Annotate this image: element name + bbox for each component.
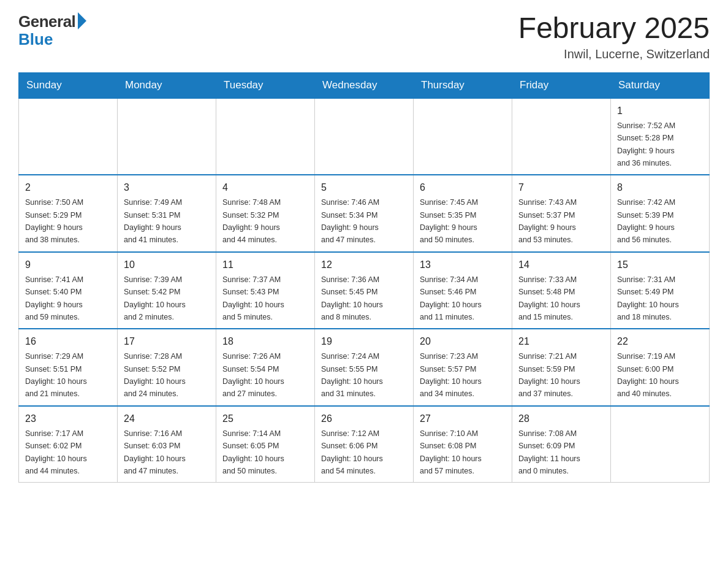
day-cell: 11Sunrise: 7:37 AMSunset: 5:43 PMDayligh… <box>216 252 315 329</box>
title-area: February 2025 Inwil, Lucerne, Switzerlan… <box>518 12 710 61</box>
header-sunday: Sunday <box>19 72 118 98</box>
day-info: Sunrise: 7:24 AMSunset: 5:55 PMDaylight:… <box>321 352 383 398</box>
day-cell: 7Sunrise: 7:43 AMSunset: 5:37 PMDaylight… <box>512 175 611 252</box>
day-info: Sunrise: 7:29 AMSunset: 5:51 PMDaylight:… <box>25 352 87 398</box>
day-cell: 6Sunrise: 7:45 AMSunset: 5:35 PMDaylight… <box>414 175 512 252</box>
day-cell: 10Sunrise: 7:39 AMSunset: 5:42 PMDayligh… <box>118 252 216 329</box>
day-info: Sunrise: 7:19 AMSunset: 6:00 PMDaylight:… <box>617 352 679 398</box>
day-number: 14 <box>518 258 604 272</box>
day-number: 16 <box>25 334 111 349</box>
day-number: 27 <box>420 412 506 426</box>
day-cell <box>414 98 512 175</box>
day-cell: 27Sunrise: 7:10 AMSunset: 6:08 PMDayligh… <box>414 406 512 483</box>
day-number: 10 <box>124 258 210 272</box>
week-row-3: 16Sunrise: 7:29 AMSunset: 5:51 PMDayligh… <box>19 329 710 406</box>
header-friday: Friday <box>512 72 611 98</box>
day-cell <box>118 98 216 175</box>
day-cell: 23Sunrise: 7:17 AMSunset: 6:02 PMDayligh… <box>19 406 118 483</box>
day-info: Sunrise: 7:43 AMSunset: 5:37 PMDaylight:… <box>518 198 577 244</box>
calendar-subtitle: Inwil, Lucerne, Switzerland <box>518 47 710 61</box>
day-number: 8 <box>617 180 703 195</box>
day-info: Sunrise: 7:31 AMSunset: 5:49 PMDaylight:… <box>617 275 679 321</box>
header-tuesday: Tuesday <box>216 72 315 98</box>
day-info: Sunrise: 7:23 AMSunset: 5:57 PMDaylight:… <box>420 352 482 398</box>
day-number: 23 <box>25 412 111 426</box>
day-info: Sunrise: 7:10 AMSunset: 6:08 PMDaylight:… <box>420 429 482 475</box>
day-cell: 28Sunrise: 7:08 AMSunset: 6:09 PMDayligh… <box>512 406 611 483</box>
day-cell: 15Sunrise: 7:31 AMSunset: 5:49 PMDayligh… <box>611 252 710 329</box>
day-cell: 9Sunrise: 7:41 AMSunset: 5:40 PMDaylight… <box>19 252 118 329</box>
day-cell: 24Sunrise: 7:16 AMSunset: 6:03 PMDayligh… <box>118 406 216 483</box>
day-number: 21 <box>518 334 604 349</box>
day-number: 28 <box>518 412 604 426</box>
day-cell: 14Sunrise: 7:33 AMSunset: 5:48 PMDayligh… <box>512 252 611 329</box>
day-cell: 12Sunrise: 7:36 AMSunset: 5:45 PMDayligh… <box>315 252 414 329</box>
day-number: 9 <box>25 258 111 272</box>
day-number: 2 <box>25 180 111 195</box>
day-info: Sunrise: 7:14 AMSunset: 6:05 PMDaylight:… <box>222 429 284 475</box>
day-cell: 21Sunrise: 7:21 AMSunset: 5:59 PMDayligh… <box>512 329 611 406</box>
weekday-header-row: Sunday Monday Tuesday Wednesday Thursday… <box>19 72 710 98</box>
day-number: 17 <box>124 334 210 349</box>
day-info: Sunrise: 7:50 AMSunset: 5:29 PMDaylight:… <box>25 198 83 244</box>
day-cell: 13Sunrise: 7:34 AMSunset: 5:46 PMDayligh… <box>414 252 512 329</box>
week-row-4: 23Sunrise: 7:17 AMSunset: 6:02 PMDayligh… <box>19 406 710 483</box>
header-wednesday: Wednesday <box>315 72 414 98</box>
day-info: Sunrise: 7:41 AMSunset: 5:40 PMDaylight:… <box>25 275 83 321</box>
day-number: 6 <box>420 180 506 195</box>
day-cell: 22Sunrise: 7:19 AMSunset: 6:00 PMDayligh… <box>611 329 710 406</box>
calendar-title: February 2025 <box>518 12 710 45</box>
day-cell: 3Sunrise: 7:49 AMSunset: 5:31 PMDaylight… <box>118 175 216 252</box>
day-info: Sunrise: 7:26 AMSunset: 5:54 PMDaylight:… <box>222 352 284 398</box>
week-row-2: 9Sunrise: 7:41 AMSunset: 5:40 PMDaylight… <box>19 252 710 329</box>
day-number: 19 <box>321 334 407 349</box>
day-number: 20 <box>420 334 506 349</box>
day-info: Sunrise: 7:37 AMSunset: 5:43 PMDaylight:… <box>222 275 284 321</box>
day-info: Sunrise: 7:16 AMSunset: 6:03 PMDaylight:… <box>124 429 186 475</box>
day-cell <box>216 98 315 175</box>
logo-blue-text: Blue <box>18 30 53 49</box>
header-monday: Monday <box>118 72 216 98</box>
day-info: Sunrise: 7:12 AMSunset: 6:06 PMDaylight:… <box>321 429 383 475</box>
day-info: Sunrise: 7:46 AMSunset: 5:34 PMDaylight:… <box>321 198 379 244</box>
day-info: Sunrise: 7:28 AMSunset: 5:52 PMDaylight:… <box>124 352 186 398</box>
day-cell: 26Sunrise: 7:12 AMSunset: 6:06 PMDayligh… <box>315 406 414 483</box>
week-row-1: 2Sunrise: 7:50 AMSunset: 5:29 PMDaylight… <box>19 175 710 252</box>
logo-general-text: General <box>18 12 75 31</box>
day-info: Sunrise: 7:52 AMSunset: 5:28 PMDaylight:… <box>617 121 675 167</box>
day-number: 15 <box>617 258 703 272</box>
day-cell: 16Sunrise: 7:29 AMSunset: 5:51 PMDayligh… <box>19 329 118 406</box>
day-number: 26 <box>321 412 407 426</box>
day-cell: 25Sunrise: 7:14 AMSunset: 6:05 PMDayligh… <box>216 406 315 483</box>
day-number: 13 <box>420 258 506 272</box>
header-saturday: Saturday <box>611 72 710 98</box>
day-cell <box>315 98 414 175</box>
header-thursday: Thursday <box>414 72 512 98</box>
week-row-0: 1Sunrise: 7:52 AMSunset: 5:28 PMDaylight… <box>19 98 710 175</box>
day-number: 12 <box>321 258 407 272</box>
day-cell: 5Sunrise: 7:46 AMSunset: 5:34 PMDaylight… <box>315 175 414 252</box>
day-info: Sunrise: 7:17 AMSunset: 6:02 PMDaylight:… <box>25 429 87 475</box>
day-info: Sunrise: 7:33 AMSunset: 5:48 PMDaylight:… <box>518 275 580 321</box>
day-info: Sunrise: 7:45 AMSunset: 5:35 PMDaylight:… <box>420 198 478 244</box>
day-cell <box>611 406 710 483</box>
day-info: Sunrise: 7:39 AMSunset: 5:42 PMDaylight:… <box>124 275 186 321</box>
day-number: 5 <box>321 180 407 195</box>
calendar-table: Sunday Monday Tuesday Wednesday Thursday… <box>18 72 710 483</box>
day-info: Sunrise: 7:08 AMSunset: 6:09 PMDaylight:… <box>518 429 580 475</box>
day-cell: 18Sunrise: 7:26 AMSunset: 5:54 PMDayligh… <box>216 329 315 406</box>
logo: General Blue <box>18 12 86 49</box>
day-cell <box>512 98 611 175</box>
day-cell: 17Sunrise: 7:28 AMSunset: 5:52 PMDayligh… <box>118 329 216 406</box>
day-cell: 2Sunrise: 7:50 AMSunset: 5:29 PMDaylight… <box>19 175 118 252</box>
day-number: 7 <box>518 180 604 195</box>
logo-arrow-icon <box>78 12 86 29</box>
day-cell: 20Sunrise: 7:23 AMSunset: 5:57 PMDayligh… <box>414 329 512 406</box>
day-number: 4 <box>222 180 308 195</box>
day-number: 25 <box>222 412 308 426</box>
day-info: Sunrise: 7:36 AMSunset: 5:45 PMDaylight:… <box>321 275 383 321</box>
day-cell <box>19 98 118 175</box>
day-number: 1 <box>617 104 703 118</box>
day-number: 22 <box>617 334 703 349</box>
day-info: Sunrise: 7:21 AMSunset: 5:59 PMDaylight:… <box>518 352 580 398</box>
